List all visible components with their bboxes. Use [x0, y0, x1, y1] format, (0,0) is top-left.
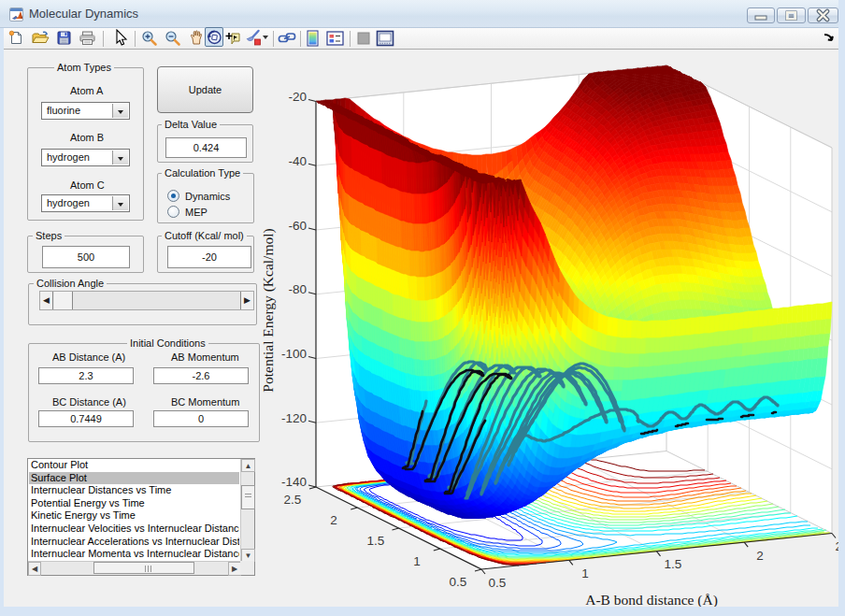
svg-text:2: 2	[330, 513, 337, 527]
svg-text:0.5: 0.5	[450, 575, 467, 589]
svg-text:1.5: 1.5	[367, 534, 385, 548]
svg-text:-80: -80	[288, 282, 307, 296]
svg-text:2: 2	[756, 549, 764, 563]
svg-text:-100: -100	[281, 347, 307, 361]
svg-text:-60: -60	[288, 219, 307, 233]
svg-text:-40: -40	[288, 154, 307, 168]
svg-text:-140: -140	[281, 475, 307, 489]
svg-text:Potential Energy (Kcal/mol): Potential Energy (Kcal/mol)	[260, 228, 277, 392]
svg-text:-20: -20	[288, 90, 307, 104]
svg-text:2.5: 2.5	[284, 493, 302, 507]
svg-text:-120: -120	[281, 411, 307, 425]
svg-text:1: 1	[581, 566, 589, 580]
svg-text:1.5: 1.5	[665, 557, 682, 571]
svg-text:1: 1	[413, 554, 421, 568]
svg-text:0.5: 0.5	[489, 576, 507, 590]
